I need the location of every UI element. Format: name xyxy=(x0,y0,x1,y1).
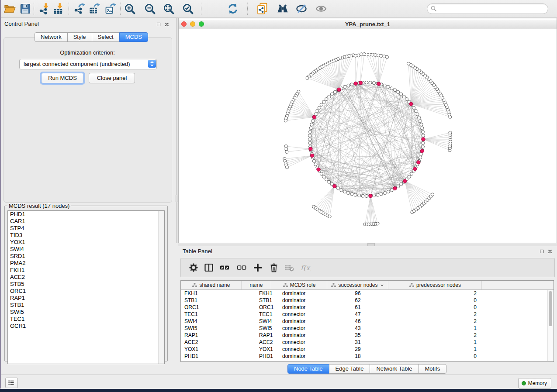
graph-node[interactable] xyxy=(418,116,421,119)
graph-node[interactable] xyxy=(369,81,372,84)
show-graphics-details-button[interactable] xyxy=(315,3,327,15)
graph-node[interactable] xyxy=(372,82,375,85)
tab-node-table[interactable]: Node Table xyxy=(287,364,329,374)
run-mcds-button[interactable]: Run MCDS xyxy=(41,73,84,83)
column-header-shared-name[interactable]: shared name xyxy=(181,281,242,289)
mcds-result-item[interactable]: ORC1 xyxy=(8,288,164,295)
graph-node[interactable] xyxy=(419,120,422,123)
graph-node[interactable] xyxy=(354,54,357,57)
mcds-node[interactable] xyxy=(333,184,336,188)
graph-node[interactable] xyxy=(371,53,374,56)
table-row[interactable]: PHD1PHD1dominator180 xyxy=(181,353,554,360)
graph-node[interactable] xyxy=(309,127,312,130)
memory-button[interactable]: Memory xyxy=(518,378,551,389)
split-panes-button[interactable] xyxy=(204,262,214,273)
graph-node[interactable] xyxy=(365,81,368,84)
export-network-button[interactable] xyxy=(73,3,86,15)
graph-node[interactable] xyxy=(449,131,452,134)
graph-node[interactable] xyxy=(320,172,323,175)
mcds-result-item[interactable]: SWI4 xyxy=(8,246,164,253)
graph-node[interactable] xyxy=(328,95,331,98)
search-field[interactable] xyxy=(427,3,548,14)
graph-node[interactable] xyxy=(311,120,314,123)
mcds-node[interactable] xyxy=(317,168,320,171)
graph-node[interactable] xyxy=(361,194,364,197)
mcds-result-item[interactable]: SRD1 xyxy=(8,253,164,260)
tab-style[interactable]: Style xyxy=(67,32,92,42)
table-row[interactable]: SWI5SWI5connector431 xyxy=(181,325,554,332)
mcds-result-item[interactable]: TID3 xyxy=(8,232,164,239)
mcds-node[interactable] xyxy=(310,154,314,157)
graph-node[interactable] xyxy=(333,90,336,93)
search-input[interactable] xyxy=(439,4,545,13)
graph-node[interactable] xyxy=(390,189,393,192)
tab-network[interactable]: Network xyxy=(35,32,68,42)
tab-edge-table[interactable]: Edge Table xyxy=(329,364,370,374)
mcds-result-list[interactable]: PHD1CAR1STP4TID3YOX1SWI4SRD1PMA2FKH1ACE2… xyxy=(7,210,165,364)
mcds-node[interactable] xyxy=(337,88,341,91)
graph-node[interactable] xyxy=(410,172,413,175)
mcds-node[interactable] xyxy=(377,82,381,86)
graph-node[interactable] xyxy=(328,215,331,218)
window-close-icon[interactable] xyxy=(181,21,187,27)
open-folder-button[interactable] xyxy=(3,3,16,15)
graph-node[interactable] xyxy=(387,85,390,88)
mcds-result-item[interactable]: PHD1 xyxy=(8,211,164,218)
graph-node[interactable] xyxy=(402,95,405,98)
zoom-out-button[interactable] xyxy=(144,3,156,15)
close-panel-icon[interactable] xyxy=(547,249,553,254)
graph-node[interactable] xyxy=(400,93,403,96)
close-panel-icon[interactable] xyxy=(164,22,170,27)
graph-node[interactable] xyxy=(421,130,424,133)
mcds-node[interactable] xyxy=(312,115,316,119)
refresh-network-button[interactable] xyxy=(227,3,239,15)
graph-node[interactable] xyxy=(357,194,360,197)
graph-node[interactable] xyxy=(420,123,423,126)
graph-node[interactable] xyxy=(308,134,311,137)
graph-node[interactable] xyxy=(309,130,312,133)
mcds-node[interactable] xyxy=(420,149,424,153)
graph-node[interactable] xyxy=(357,54,360,57)
import-table-button[interactable] xyxy=(52,3,65,15)
graph-node[interactable] xyxy=(414,109,417,112)
mcds-node[interactable] xyxy=(417,161,420,164)
mcds-node[interactable] xyxy=(403,179,407,183)
add-column-button[interactable] xyxy=(253,262,263,273)
graph-node[interactable] xyxy=(330,93,333,96)
graph-node[interactable] xyxy=(306,76,309,79)
graph-node[interactable] xyxy=(343,85,346,88)
window-maximize-icon[interactable] xyxy=(199,21,204,27)
zoom-fit-button[interactable] xyxy=(163,3,175,15)
graph-node[interactable] xyxy=(387,190,390,193)
table-row[interactable]: YOX1YOX1connector291 xyxy=(181,346,554,353)
graph-node[interactable] xyxy=(325,97,328,100)
graph-node[interactable] xyxy=(314,163,317,166)
unselect-all-button[interactable] xyxy=(236,262,247,273)
graph-node[interactable] xyxy=(408,175,411,178)
mcds-node[interactable] xyxy=(422,138,425,141)
mcds-result-item[interactable]: YOX1 xyxy=(8,239,164,246)
mcds-result-item[interactable]: SWI5 xyxy=(8,309,164,316)
graph-node[interactable] xyxy=(405,97,408,100)
graph-node[interactable] xyxy=(322,100,325,103)
graph-node[interactable] xyxy=(368,53,371,56)
graph-node[interactable] xyxy=(365,194,368,197)
graph-node[interactable] xyxy=(360,53,363,56)
graph-node[interactable] xyxy=(383,192,386,195)
column-header-name[interactable]: name xyxy=(242,281,271,289)
graph-node[interactable] xyxy=(285,166,288,169)
table-row[interactable]: ORC1ORC1dominator610 xyxy=(181,304,554,311)
optimization-criterion-select[interactable]: largest connected component (undirected) xyxy=(19,59,157,69)
graph-node[interactable] xyxy=(416,113,419,116)
graph-node[interactable] xyxy=(380,54,383,57)
mcds-result-item[interactable]: RAP1 xyxy=(8,295,164,302)
mcds-result-item[interactable]: ACE2 xyxy=(8,274,164,281)
mcds-node[interactable] xyxy=(359,81,362,85)
graph-node[interactable] xyxy=(372,194,375,197)
mcds-node[interactable] xyxy=(393,186,397,190)
graph-node[interactable] xyxy=(365,53,368,56)
mcds-list-scrollbar[interactable] xyxy=(158,211,164,364)
graph-node[interactable] xyxy=(400,183,403,186)
column-header-successor-nodes[interactable]: successor nodes xyxy=(327,281,388,289)
graph-node[interactable] xyxy=(308,141,311,144)
